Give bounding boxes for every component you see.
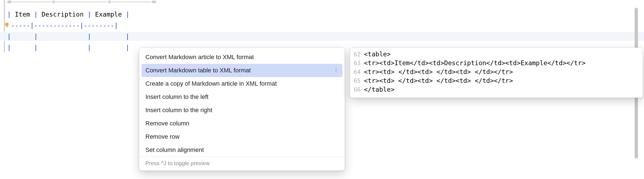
menu-item-label: Remove row bbox=[145, 133, 179, 140]
line-number: 66 bbox=[350, 86, 364, 93]
editor-top-ruler bbox=[7, 1, 156, 3]
menu-item[interactable]: Convert Markdown table to XML format bbox=[142, 64, 342, 77]
preview-line: 64<tr><td> </td><td> </td><td> </td></tr… bbox=[350, 68, 643, 77]
editor-line-body[interactable]: | | | | bbox=[7, 43, 129, 52]
md-header-cell: Example bbox=[95, 11, 122, 18]
menu-item-label: Create a copy of Markdown article in XML… bbox=[145, 80, 277, 87]
preview-panel: 62<table>63<tr><td>Item</td><td>Descript… bbox=[350, 48, 643, 98]
menu-item-label: Convert Markdown table to XML format bbox=[145, 67, 251, 74]
svg-rect-0 bbox=[6, 27, 8, 27]
preview-line: 63<tr><td>Item</td><td>Description</td><… bbox=[350, 59, 643, 68]
menu-item[interactable]: Set column alignment bbox=[139, 143, 345, 157]
lightbulb-icon[interactable] bbox=[4, 22, 10, 28]
line-number: 64 bbox=[350, 69, 364, 75]
menu-item-label: Insert column to the right bbox=[145, 107, 212, 114]
menu-item[interactable]: Create a copy of Markdown article in XML… bbox=[139, 77, 345, 90]
code-text: </table> bbox=[364, 86, 395, 93]
more-icon[interactable] bbox=[334, 67, 339, 74]
menu-item[interactable]: Remove column bbox=[139, 117, 345, 130]
preview-line: 62<table> bbox=[350, 51, 643, 59]
svg-point-2 bbox=[336, 70, 337, 70]
md-header-cell: Item bbox=[15, 11, 30, 18]
md-header-cell: Description bbox=[42, 11, 84, 18]
menu-item-label: Set column alignment bbox=[145, 146, 204, 154]
menu-item[interactable]: Remove row bbox=[139, 130, 345, 143]
svg-point-1 bbox=[336, 68, 337, 69]
editor-line-separator[interactable]: -----|------------|--------| bbox=[11, 21, 118, 30]
menu-item-label: Convert Markdown article to XML format bbox=[145, 54, 254, 61]
svg-point-3 bbox=[336, 71, 337, 72]
menu-item[interactable]: Convert Markdown article to XML format bbox=[139, 51, 345, 64]
popup-footer-hint: Press ^J to toggle preview bbox=[139, 157, 345, 170]
code-text: <table> bbox=[364, 51, 391, 58]
line-number: 62 bbox=[350, 51, 364, 58]
code-text: <tr><td>Item</td><td>Description</td><td… bbox=[364, 59, 586, 67]
menu-item[interactable]: Insert column to the right bbox=[139, 104, 345, 117]
intention-actions-popup: Convert Markdown article to XML formatCo… bbox=[139, 48, 345, 171]
editor-line-header[interactable]: | Item | Description | Example | bbox=[7, 10, 129, 19]
line-number: 63 bbox=[350, 60, 364, 67]
code-text: <tr><td> </td><td> </td><td> </td></tr> bbox=[364, 77, 513, 84]
line-number: 65 bbox=[350, 78, 364, 84]
editor-line-body[interactable]: | | | | bbox=[7, 32, 129, 41]
code-text: <tr><td> </td><td> </td><td> </td></tr> bbox=[364, 68, 513, 75]
menu-item[interactable]: Insert column to the left bbox=[139, 90, 345, 104]
menu-item-label: Insert column to the left bbox=[145, 93, 209, 101]
scrollbar-thumb[interactable] bbox=[635, 91, 638, 159]
preview-line: 65<tr><td> </td><td> </td><td> </td></tr… bbox=[350, 77, 643, 86]
preview-line: 66</table> bbox=[350, 86, 643, 95]
menu-item-label: Remove column bbox=[145, 120, 189, 127]
